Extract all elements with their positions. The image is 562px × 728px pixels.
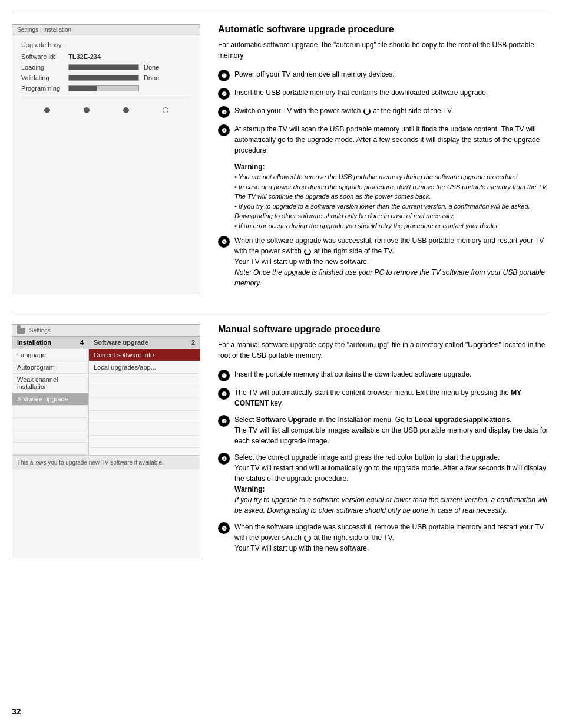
section2-title: Manual software upgrade procedure — [218, 324, 550, 335]
step-list-automatic-5: ❺ When the software upgrade was successf… — [218, 235, 550, 288]
manual-step4-warning-text: If you try to upgrade to a software vers… — [234, 496, 547, 515]
tv-content: Upgrade busy... Software id: TL32E-234 L… — [12, 35, 200, 122]
manual-step-item-3: ❸ Select Software Upgrade in the Install… — [218, 414, 550, 446]
step-item-5: ❺ When the software upgrade was successf… — [218, 235, 550, 288]
validating-progress-bar — [69, 75, 138, 80]
step-list-automatic: ❶ Power off your TV and remove all memor… — [218, 69, 550, 156]
warning-item-1: • You are not allowed to remove the USB … — [234, 173, 518, 180]
section1-intro: For automatic software upgrade, the "aut… — [218, 39, 550, 61]
step-item-1: ❶ Power off your TV and remove all memor… — [218, 69, 550, 81]
manual-step-number-4: ❹ — [218, 453, 230, 465]
tv-menu-left: Installation 4 Language Autoprogram Weak… — [12, 337, 89, 455]
menu-right-empty-5 — [89, 423, 200, 436]
right-content-automatic: Automatic software upgrade procedure For… — [218, 24, 550, 294]
radio-dot-3 — [123, 107, 129, 113]
software-id-value: TL32E-234 — [68, 53, 101, 60]
manual-step3-sub: The TV will list all compatible images a… — [234, 426, 548, 445]
section-divider — [12, 312, 550, 312]
menu-left-empty-1 — [12, 406, 88, 418]
menu-left-weak-channel: Weak channel installation — [12, 374, 88, 393]
menu-right-empty-1 — [89, 374, 200, 386]
manual-step-item-4: ❹ Select the correct upgrade image and p… — [218, 452, 550, 516]
tv-menu-right: Software upgrade 2 Current software info… — [89, 337, 200, 455]
manual-step-text-1: Insert the portable memory that contains… — [234, 369, 550, 380]
manual-step-text-5: When the software upgrade was successful… — [234, 522, 550, 554]
section-manual: Settings Installation 4 Language Autopro… — [12, 324, 550, 559]
radio-dot-2 — [84, 107, 90, 113]
step-text-5: When the software upgrade was successful… — [234, 235, 550, 288]
tv-menu-top-bar: Settings — [12, 325, 200, 337]
warning-box: Warning: • You are not allowed to remove… — [234, 162, 550, 230]
loading-progress-bar-container — [68, 64, 139, 70]
warning-item-3: • If you try to upgrade to a software ve… — [234, 203, 530, 220]
software-id-row: Software id: TL32E-234 — [21, 53, 191, 60]
menu-right-empty-2 — [89, 386, 200, 398]
menu-right-empty-4 — [89, 411, 200, 423]
step-item-2: ❷ Insert the USB portable memory that co… — [218, 87, 550, 100]
manual-step-item-1: ❶ Insert the portable memory that contai… — [218, 369, 550, 381]
step-number-3: ❸ — [218, 106, 230, 118]
step-number-5: ❺ — [218, 236, 230, 248]
radio-dot-1 — [44, 107, 50, 113]
manual-step-text-3: Select Software Upgrade in the Installat… — [234, 414, 550, 446]
page-number: 32 — [12, 707, 21, 716]
step-item-4: ❹ At startup the TV will scan the USB po… — [218, 124, 550, 156]
menu-left-empty-2 — [12, 418, 88, 430]
tv-top-bar: Settings | Installation — [12, 25, 200, 35]
manual-step-item-5: ❺ When the software upgrade was successf… — [218, 522, 550, 554]
tv-menu-body: Installation 4 Language Autoprogram Weak… — [12, 337, 200, 455]
tv-menu-footer: This allows you to upgrade new TV softwa… — [12, 455, 200, 469]
menu-left-empty-4 — [12, 443, 88, 455]
warning-title: Warning: — [234, 163, 265, 171]
step-text-2: Insert the USB portable memory that cont… — [234, 87, 550, 98]
manual-step-item-2: ❷ The TV will automatically start the co… — [218, 387, 550, 409]
programming-progress-bar — [69, 86, 97, 91]
programming-progress-bar-container — [68, 85, 139, 91]
warning-item-2: • In case of a power drop during the upg… — [234, 183, 548, 200]
manual-step-number-1: ❶ — [218, 370, 230, 381]
folder-icon — [17, 328, 25, 334]
tv-radio-row — [21, 98, 191, 116]
menu-right-empty-6 — [89, 436, 200, 448]
programming-row: Programming — [21, 85, 191, 92]
software-id-label: Software id: — [21, 53, 68, 60]
section1-title: Automatic software upgrade procedure — [218, 24, 550, 35]
loading-progress-bar — [69, 65, 138, 70]
menu-left-software-upgrade: Software upgrade — [12, 393, 88, 406]
manual-step-text-2: The TV will automatically start the cont… — [234, 387, 550, 409]
tv-menu-manual: Settings Installation 4 Language Autopro… — [12, 324, 200, 559]
manual-step-number-3: ❸ — [218, 415, 230, 427]
step-item-3: ❸ Switch on your TV with the power switc… — [218, 106, 550, 118]
manual-step5-sub: Your TV will start up with the new softw… — [234, 544, 369, 552]
section-automatic: Settings | Installation Upgrade busy... … — [12, 24, 550, 294]
validating-label: Validating — [21, 74, 68, 81]
step-number-2: ❷ — [218, 88, 230, 100]
step-number-1: ❶ — [218, 70, 230, 81]
step-number-4: ❹ — [218, 124, 230, 136]
step5-note: Note: Once the upgrade is finished use y… — [234, 268, 545, 287]
radio-dot-4 — [163, 107, 168, 113]
step-text-3: Switch on your TV with the power switch … — [234, 106, 550, 116]
manual-step-number-2: ❷ — [218, 388, 230, 400]
tv-screen-automatic: Settings | Installation Upgrade busy... … — [12, 24, 200, 294]
manual-step4-warning-title: Warning: — [234, 485, 265, 493]
menu-right-current-sw: Current software info — [89, 349, 200, 361]
step-text-1: Power off your TV and remove all memory … — [234, 69, 550, 80]
section2-intro: For a manual software upgrade copy the "… — [218, 340, 550, 361]
menu-right-empty-3 — [89, 398, 200, 411]
menu-left-header: Installation 4 — [12, 337, 88, 349]
manual-step4-sub: Your TV will restart and will automatica… — [234, 464, 546, 483]
upgrade-busy-label: Upgrade busy... — [21, 41, 191, 48]
validating-progress-bar-container — [68, 75, 139, 81]
menu-right-local-upgrades: Local upgrades/app... — [89, 361, 200, 374]
menu-left-autoprogram: Autoprogram — [12, 361, 88, 374]
manual-step-text-4: Select the correct upgrade image and pre… — [234, 452, 550, 516]
programming-label: Programming — [21, 85, 68, 92]
top-divider — [12, 12, 550, 12]
right-content-manual: Manual software upgrade procedure For a … — [218, 324, 550, 559]
warning-item-4: • If an error occurs during the upgrade … — [234, 222, 500, 229]
validating-row: Validating Done — [21, 74, 191, 81]
validating-done: Done — [144, 74, 159, 81]
menu-left-language: Language — [12, 349, 88, 361]
manual-step-number-5: ❺ — [218, 522, 230, 534]
